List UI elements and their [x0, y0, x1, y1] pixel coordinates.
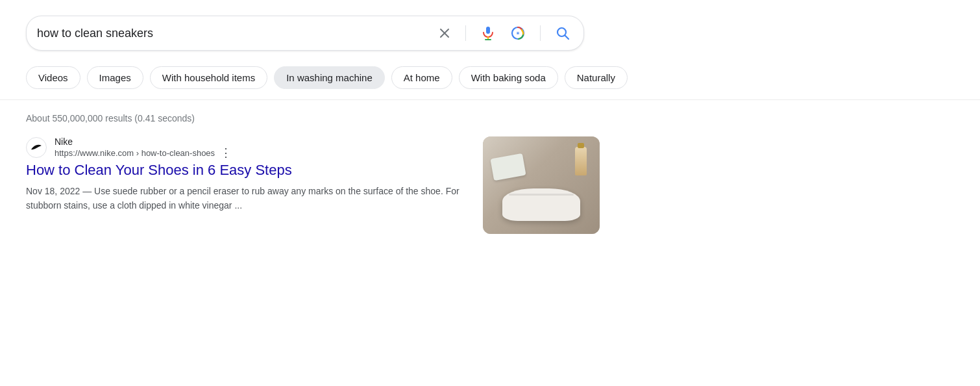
result-thumbnail[interactable] — [483, 136, 600, 234]
site-info: Nike https://www.nike.com › how-to-clean… — [26, 136, 467, 159]
cloth-decoration — [490, 153, 526, 181]
voice-search-button[interactable] — [478, 23, 498, 44]
results-count: About 550,000,000 results (0.41 seconds) — [0, 108, 980, 131]
search-bar — [26, 16, 584, 51]
google-lens-icon — [510, 25, 526, 41]
site-url-row: https://www.nike.com › how-to-clean-shoe… — [55, 147, 233, 159]
close-icon — [438, 27, 451, 40]
divider — [465, 25, 466, 41]
chip-videos[interactable]: Videos — [26, 66, 80, 89]
search-button[interactable] — [552, 23, 573, 44]
lens-button[interactable] — [508, 23, 528, 44]
result-main: Nike https://www.nike.com › how-to-clean… — [26, 136, 467, 212]
svg-rect-2 — [486, 27, 490, 34]
chip-home[interactable]: At home — [391, 66, 452, 89]
chip-household[interactable]: With household items — [150, 66, 267, 89]
result-snippet: Nov 18, 2022 — Use suede rubber or a pen… — [26, 184, 467, 212]
site-url: https://www.nike.com › how-to-clean-shoe… — [55, 148, 215, 158]
chip-baking[interactable]: With baking soda — [459, 66, 558, 89]
divider-2 — [540, 25, 541, 41]
search-icon — [555, 25, 570, 41]
thumbnail-image — [483, 136, 600, 234]
result-title[interactable]: How to Clean Your Shoes in 6 Easy Steps — [26, 161, 467, 180]
chip-naturally[interactable]: Naturally — [565, 66, 628, 89]
more-options-button[interactable]: ⋮ — [219, 147, 233, 159]
favicon — [26, 137, 47, 158]
chip-washing[interactable]: In washing machine — [274, 66, 385, 89]
search-input[interactable] — [37, 27, 430, 40]
svg-point-7 — [517, 32, 519, 34]
divider-hr — [0, 99, 980, 100]
search-bar-container — [0, 0, 980, 61]
site-name: Nike — [55, 136, 233, 147]
filter-chips: Videos Images With household items In wa… — [0, 61, 980, 99]
search-icons — [435, 23, 573, 44]
microphone-icon — [480, 25, 496, 41]
shoe-decoration — [502, 188, 580, 221]
clear-button[interactable] — [435, 24, 454, 42]
site-name-url: Nike https://www.nike.com › how-to-clean… — [55, 136, 233, 159]
result-container: Nike https://www.nike.com › how-to-clean… — [0, 131, 980, 239]
bottle-decoration — [575, 147, 587, 175]
svg-line-9 — [565, 36, 569, 40]
nike-logo-icon — [29, 140, 43, 155]
chip-images[interactable]: Images — [87, 66, 143, 89]
